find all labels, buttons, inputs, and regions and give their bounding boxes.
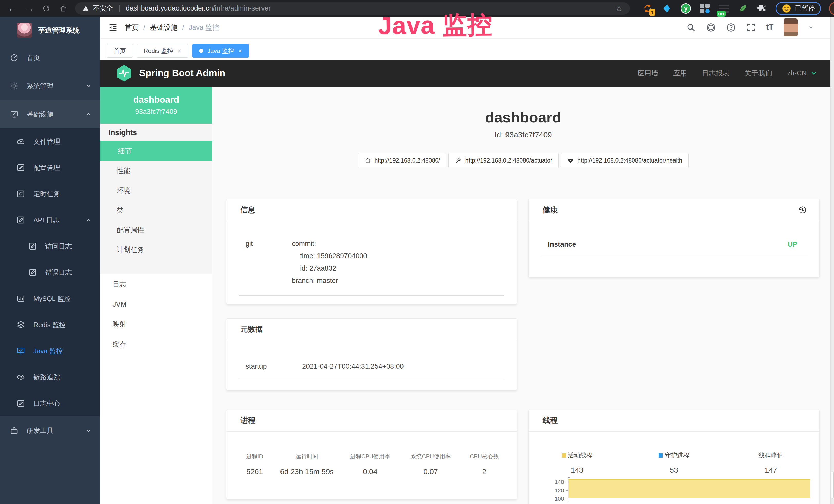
browser-update-button[interactable]: 更新 ⋮: [829, 2, 834, 15]
collapse-sidebar-icon[interactable]: [108, 22, 118, 32]
font-size-icon[interactable]: tT: [766, 23, 773, 32]
sba-nav-wallboard[interactable]: 应用墙: [637, 69, 658, 78]
sidebar-item-error-logs[interactable]: 错误日志: [0, 259, 100, 285]
security-label[interactable]: 不安全: [93, 4, 113, 13]
sidebar-item-log-center[interactable]: 日志中心: [0, 390, 100, 416]
browser-forward-icon[interactable]: →: [21, 2, 38, 16]
help-icon[interactable]: [726, 23, 736, 32]
scrollbar[interactable]: [830, 17, 834, 504]
leaf-extension-icon[interactable]: [737, 3, 748, 14]
sidebar-item-file-management[interactable]: 文件管理: [0, 129, 100, 155]
sba-side-item-scheduled[interactable]: 计划任务: [100, 240, 212, 260]
grid-extension-icon[interactable]: [699, 3, 710, 14]
link-url: http://192.168.0.2:48080/actuator: [465, 157, 552, 164]
sba-side-item-environment[interactable]: 环境: [100, 181, 212, 201]
tab-java-monitor[interactable]: Java 监控×: [192, 44, 249, 58]
instance-health-link[interactable]: http://192.168.0.2:48080/actuator/health: [561, 153, 688, 168]
home-icon: [364, 157, 371, 164]
breadcrumb-infrastructure[interactable]: 基础设施: [150, 23, 178, 32]
page-url[interactable]: dashboard.yudao.iocoder.cn/infra/admin-s…: [126, 4, 271, 12]
sba-language-value: zh-CN: [787, 69, 807, 77]
sidebar-item-tracing[interactable]: 链路追踪: [0, 364, 100, 390]
sba-side-item-jvm[interactable]: JVM: [100, 294, 212, 314]
fullscreen-icon[interactable]: [746, 23, 756, 32]
sidebar-item-redis-monitor[interactable]: Redis 监控: [0, 312, 100, 338]
card-health-title: 健康: [529, 199, 819, 221]
process-cpu-value: 0.04: [338, 467, 402, 476]
user-avatar[interactable]: [784, 19, 797, 37]
info-git-row: git commit: time: 1596289704000 id: 27aa…: [226, 221, 517, 287]
process-table: 进程ID5261 运行时间6d 23h 15m 59s 进程CPU使用率0.04…: [226, 453, 517, 476]
sba-side-item-caches[interactable]: 缓存: [100, 334, 212, 354]
bookmark-star-icon[interactable]: ☆: [615, 4, 622, 13]
instance-home-link[interactable]: http://192.168.0.2:48080/: [358, 153, 447, 168]
breadcrumb-home[interactable]: 首页: [125, 23, 139, 32]
sidebar-item-label: 首页: [27, 53, 40, 62]
instance-actuator-link[interactable]: http://192.168.0.2:48080/actuator: [448, 153, 559, 168]
sidebar-item-api-logs[interactable]: API 日志: [0, 207, 100, 233]
threads-chart: 140 120 100: [529, 475, 819, 504]
sidebar-item-java-monitor[interactable]: Java 监控: [0, 338, 100, 364]
address-bar[interactable]: 不安全 dashboard.yudao.iocoder.cn/infra/adm…: [75, 2, 630, 15]
sba-side-item-details[interactable]: 细节: [100, 141, 212, 161]
tab-close-icon[interactable]: ×: [177, 47, 181, 55]
sba-language-select[interactable]: zh-CN: [787, 69, 817, 77]
process-col-header: 进程CPU使用率: [338, 453, 402, 460]
sidebar-item-label: 日志中心: [34, 399, 60, 408]
metadata-startup-row: startup 2021-04-27T00:44:31.254+08:00: [226, 340, 517, 370]
sidebar-item-scheduled-tasks[interactable]: 定时任务: [0, 181, 100, 207]
switch-extension-on-badge: on: [717, 10, 726, 17]
sba-nav-journal[interactable]: 日志报表: [702, 69, 729, 78]
url-path: /infra/admin-server: [213, 4, 271, 12]
github-icon[interactable]: [706, 23, 716, 32]
browser-back-icon[interactable]: ←: [4, 2, 21, 16]
sidebar-item-home[interactable]: 首页: [0, 44, 100, 72]
security-warning-icon[interactable]: [82, 5, 89, 12]
switch-extension-icon[interactable]: on: [718, 3, 729, 14]
y-extension-icon[interactable]: y: [680, 3, 692, 14]
tab-home[interactable]: 首页: [107, 44, 133, 58]
sba-side-item-metrics[interactable]: 性能: [100, 161, 212, 181]
tab-redis-monitor[interactable]: Redis 监控×: [137, 44, 188, 58]
scrollbar-thumb[interactable]: [831, 472, 834, 499]
legend-live-value: 143: [529, 466, 626, 475]
sba-brand[interactable]: Spring Boot Admin: [116, 65, 225, 82]
divider: [239, 379, 504, 379]
sba-side-item-mappings[interactable]: 映射: [100, 314, 212, 334]
process-uptime-value: 6d 23h 15m 59s: [275, 467, 338, 476]
search-icon[interactable]: [686, 23, 696, 32]
annotation-java-monitor: Java 监控: [378, 10, 492, 41]
pin-extension-icon[interactable]: [661, 3, 673, 14]
sba-side-item-classes[interactable]: 类: [100, 201, 212, 220]
sidebar-item-infrastructure[interactable]: 基础设施: [0, 100, 100, 129]
avatar-caret-down-icon[interactable]: [808, 24, 814, 30]
sidebar-item-dev-tools[interactable]: 研发工具: [0, 416, 100, 445]
sba-nav-applications[interactable]: 应用: [673, 69, 687, 78]
sba-nav-about[interactable]: 关于我们: [744, 69, 772, 78]
sync-extension-icon[interactable]: 1: [642, 3, 654, 14]
edit-icon: [17, 216, 25, 224]
tab-label: Redis 监控: [144, 47, 173, 55]
sba-main: dashboard Id: 93a3fc7f7409 http://192.16…: [213, 87, 834, 504]
page-tabbar: 首页 Redis 监控× Java 监控×: [100, 39, 834, 60]
tab-close-icon[interactable]: ×: [238, 47, 242, 55]
browser-home-icon[interactable]: [55, 2, 71, 16]
sba-side-item-logs[interactable]: 日志: [100, 274, 212, 294]
history-icon[interactable]: [798, 205, 808, 215]
sidebar-item-system[interactable]: 系统管理: [0, 72, 100, 100]
app-logo-row[interactable]: 芋道管理系统: [0, 17, 100, 44]
url-domain: dashboard.yudao.iocoder.cn: [126, 4, 213, 12]
browser-reload-icon[interactable]: [38, 2, 54, 16]
metadata-key: startup: [245, 363, 302, 370]
sidebar-item-mysql-monitor[interactable]: MySQL 监控: [0, 285, 100, 312]
y-extension-letter: y: [681, 3, 691, 14]
chevron-up-icon: [85, 111, 92, 118]
instance-title: dashboard: [213, 109, 834, 126]
sidebar-item-config-management[interactable]: 配置管理: [0, 155, 100, 181]
sidebar-item-access-logs[interactable]: 访问日志: [0, 233, 100, 259]
sba-instance-header[interactable]: dashboard 93a3fc7f7409: [100, 87, 212, 124]
browser-profile-chip[interactable]: 已暂停: [776, 2, 821, 15]
sba-header: Spring Boot Admin 应用墙 应用 日志报表 关于我们 zh-CN: [100, 60, 834, 87]
sba-side-item-config-props[interactable]: 配置属性: [100, 220, 212, 240]
puzzle-extensions-icon[interactable]: [756, 3, 767, 14]
